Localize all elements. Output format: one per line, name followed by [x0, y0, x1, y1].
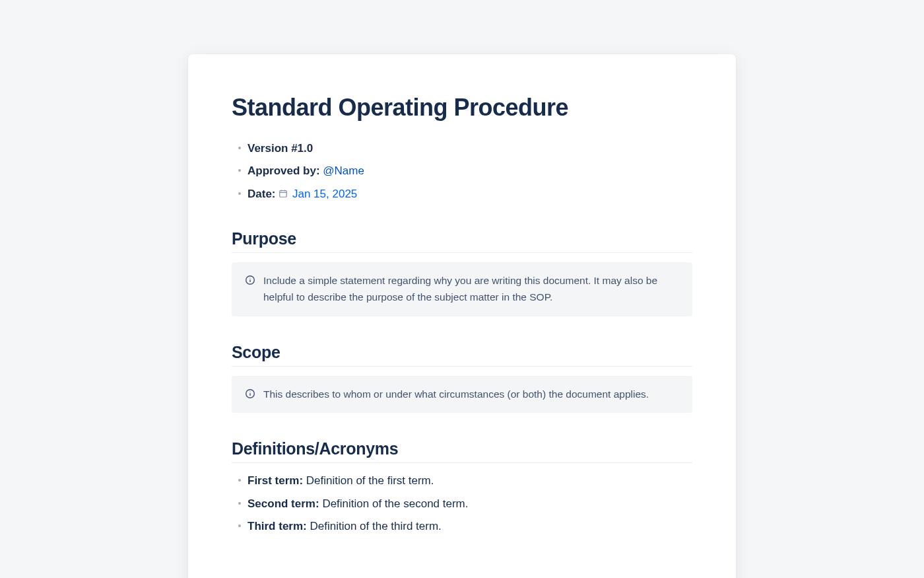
meta-version: Version #1.0 — [232, 140, 692, 157]
version-label: Version # — [248, 142, 298, 155]
meta-list: Version #1.0 Approved by: @Name Date: Ja… — [232, 140, 692, 203]
page-title: Standard Operating Procedure — [232, 94, 692, 122]
list-item: First term: Definition of the first term… — [232, 472, 692, 489]
term: First term: — [248, 474, 303, 487]
term: Second term: — [248, 497, 319, 510]
approved-label: Approved by: — [248, 164, 320, 177]
definition: Definition of the first term. — [306, 474, 434, 487]
term: Third term: — [248, 520, 307, 532]
svg-point-6 — [249, 277, 250, 278]
heading-scope: Scope — [232, 343, 692, 367]
svg-rect-0 — [280, 190, 287, 197]
version-value: 1.0 — [298, 142, 314, 155]
definition: Definition of the second term. — [322, 497, 468, 510]
heading-definitions: Definitions/Acronyms — [232, 439, 692, 463]
definition: Definition of the third term. — [310, 520, 441, 532]
meta-date: Date: Jan 15, 2025 — [232, 186, 692, 203]
info-icon — [245, 275, 255, 285]
panel-scope: This describes to whom or under what cir… — [232, 376, 692, 414]
list-item: Second term: Definition of the second te… — [232, 495, 692, 513]
meta-approved-by: Approved by: @Name — [232, 163, 692, 180]
approver-mention[interactable]: @Name — [323, 164, 364, 177]
panel-purpose: Include a simple statement regarding why… — [232, 262, 692, 316]
date-field[interactable]: Jan 15, 2025 — [279, 188, 357, 200]
list-item: Third term: Definition of the third term… — [232, 518, 692, 535]
date-value: Jan 15, 2025 — [292, 188, 357, 200]
definitions-list: First term: Definition of the first term… — [232, 472, 692, 535]
calendar-icon — [279, 189, 288, 198]
info-icon — [245, 388, 255, 399]
panel-scope-text: This describes to whom or under what cir… — [263, 386, 649, 403]
panel-purpose-text: Include a simple statement regarding why… — [263, 273, 679, 306]
date-label: Date: — [248, 188, 276, 200]
heading-purpose: Purpose — [232, 229, 692, 253]
document-page: Standard Operating Procedure Version #1.… — [188, 54, 736, 578]
svg-point-9 — [249, 391, 250, 392]
